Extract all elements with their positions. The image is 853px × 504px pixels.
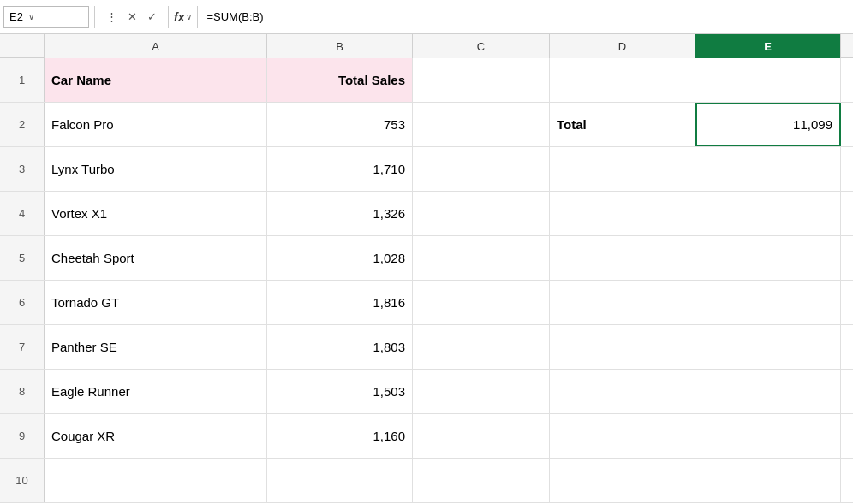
table-row: 3 Lynx Turbo 1,710 <box>0 147 853 192</box>
formula-bar-dots-icon[interactable]: ⋮ <box>104 9 120 25</box>
col-header-e[interactable]: E <box>695 34 841 58</box>
row-number-2: 2 <box>0 103 45 146</box>
cell-d3[interactable] <box>550 147 695 191</box>
cell-b4[interactable]: 1,326 <box>267 192 413 235</box>
cell-c10[interactable] <box>413 459 550 502</box>
formula-input[interactable] <box>203 6 850 28</box>
cell-a3[interactable]: Lynx Turbo <box>45 147 267 191</box>
cell-b9[interactable]: 1,160 <box>267 414 413 458</box>
row-number-6: 6 <box>0 281 45 324</box>
spreadsheet: A B C D E 1 Car Name Total Sales 2 Falco… <box>0 34 853 504</box>
cell-reference-box[interactable]: E2 ∨ <box>3 6 89 28</box>
formula-bar: E2 ∨ ⋮ ✕ ✓ fx∨ <box>0 0 853 34</box>
cell-b3[interactable]: 1,710 <box>267 147 413 191</box>
corner-cell <box>0 34 45 57</box>
cell-b7[interactable]: 1,803 <box>267 325 413 369</box>
fx-chevron-icon: ∨ <box>186 12 192 21</box>
row-number-1: 1 <box>0 58 45 102</box>
cell-c6[interactable] <box>413 281 550 324</box>
cell-c1[interactable] <box>413 58 550 102</box>
row-number-7: 7 <box>0 325 45 369</box>
cell-b2[interactable]: 753 <box>267 103 413 146</box>
cell-e4[interactable] <box>695 192 841 235</box>
cell-d8[interactable] <box>550 370 695 413</box>
cell-a9[interactable]: Cougar XR <box>45 414 267 458</box>
cell-c7[interactable] <box>413 325 550 369</box>
cell-d10[interactable] <box>550 459 695 502</box>
table-row: 2 Falcon Pro 753 Total 11,099 <box>0 103 853 147</box>
cell-b10[interactable] <box>267 459 413 502</box>
cell-d7[interactable] <box>550 325 695 369</box>
row-number-8: 8 <box>0 370 45 413</box>
formula-bar-divider <box>94 6 95 28</box>
cell-c8[interactable] <box>413 370 550 413</box>
cell-a6[interactable]: Tornado GT <box>45 281 267 324</box>
cell-e1[interactable] <box>695 58 841 102</box>
cell-a2[interactable]: Falcon Pro <box>45 103 267 146</box>
formula-bar-divider3 <box>197 6 198 28</box>
table-row: 7 Panther SE 1,803 <box>0 325 853 370</box>
cell-c2[interactable] <box>413 103 550 146</box>
cell-c3[interactable] <box>413 147 550 191</box>
cell-e3[interactable] <box>695 147 841 191</box>
table-row: 9 Cougar XR 1,160 <box>0 414 853 459</box>
table-row: 8 Eagle Runner 1,503 <box>0 370 853 414</box>
cell-c5[interactable] <box>413 236 550 280</box>
cell-e6[interactable] <box>695 281 841 324</box>
rows-container: 1 Car Name Total Sales 2 Falcon Pro 753 … <box>0 58 853 504</box>
formula-bar-confirm-icon[interactable]: ✓ <box>145 9 159 25</box>
cell-c4[interactable] <box>413 192 550 235</box>
row-number-5: 5 <box>0 236 45 280</box>
cell-b5[interactable]: 1,028 <box>267 236 413 280</box>
table-row: 6 Tornado GT 1,816 <box>0 281 853 325</box>
cell-e5[interactable] <box>695 236 841 280</box>
col-header-b[interactable]: B <box>267 34 413 58</box>
table-row: 5 Cheetah Sport 1,028 <box>0 236 853 281</box>
col-header-d[interactable]: D <box>550 34 695 58</box>
cell-d2[interactable]: Total <box>550 103 695 146</box>
cell-a1[interactable]: Car Name <box>45 58 267 102</box>
cell-b6[interactable]: 1,816 <box>267 281 413 324</box>
cell-d1[interactable] <box>550 58 695 102</box>
cell-reference-text: E2 <box>9 10 23 23</box>
cell-e9[interactable] <box>695 414 841 458</box>
col-header-c[interactable]: C <box>413 34 550 58</box>
cell-e2[interactable]: 11,099 <box>695 103 841 146</box>
table-row: 10 <box>0 459 853 503</box>
cell-c9[interactable] <box>413 414 550 458</box>
table-row: 4 Vortex X1 1,326 <box>0 192 853 236</box>
cell-a4[interactable]: Vortex X1 <box>45 192 267 235</box>
cell-d5[interactable] <box>550 236 695 280</box>
formula-bar-icons: ⋮ ✕ ✓ <box>100 9 163 25</box>
cell-d9[interactable] <box>550 414 695 458</box>
cell-b8[interactable]: 1,503 <box>267 370 413 413</box>
column-headers: A B C D E <box>0 34 853 58</box>
row-number-10: 10 <box>0 459 45 502</box>
cell-e10[interactable] <box>695 459 841 502</box>
cell-a7[interactable]: Panther SE <box>45 325 267 369</box>
cell-b1[interactable]: Total Sales <box>267 58 413 102</box>
cell-d6[interactable] <box>550 281 695 324</box>
formula-bar-divider2 <box>168 6 169 28</box>
table-row: 1 Car Name Total Sales <box>0 58 853 103</box>
row-number-9: 9 <box>0 414 45 458</box>
cell-d4[interactable] <box>550 192 695 235</box>
formula-bar-cancel-icon[interactable]: ✕ <box>125 9 140 25</box>
cell-a5[interactable]: Cheetah Sport <box>45 236 267 280</box>
col-header-a[interactable]: A <box>45 34 267 58</box>
cell-a8[interactable]: Eagle Runner <box>45 370 267 413</box>
row-number-3: 3 <box>0 147 45 191</box>
cell-e7[interactable] <box>695 325 841 369</box>
cell-ref-chevron-icon: ∨ <box>28 12 34 21</box>
cell-e8[interactable] <box>695 370 841 413</box>
cell-a10[interactable] <box>45 459 267 502</box>
fx-icon[interactable]: fx∨ <box>174 10 192 24</box>
row-number-4: 4 <box>0 192 45 235</box>
